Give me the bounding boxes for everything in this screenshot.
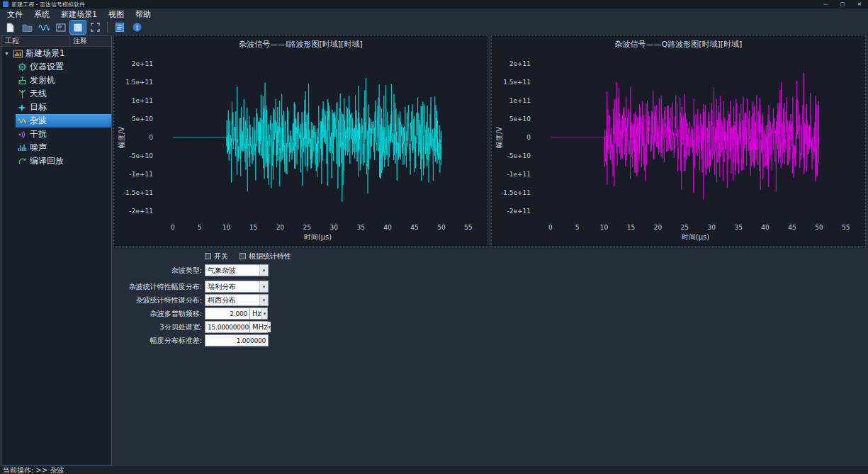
select-value: 瑞利分布	[205, 282, 236, 292]
svg-text:-1.5e+11: -1.5e+11	[123, 189, 153, 196]
svg-text:0: 0	[171, 224, 175, 231]
toolbar	[0, 20, 868, 35]
checkbox-item-1[interactable]: 根据统计特性	[239, 252, 291, 261]
report-button[interactable]	[112, 21, 128, 34]
unit-value: Hz	[250, 310, 261, 317]
param-input[interactable]: 2.000	[205, 307, 250, 320]
svg-text:0: 0	[149, 134, 153, 141]
svg-text:-5e+10: -5e+10	[129, 152, 153, 159]
form-row-4: 3分贝处谱宽:15.000000000MHz▾	[113, 321, 868, 333]
open-folder-icon	[22, 23, 33, 32]
svg-text:35: 35	[356, 224, 364, 231]
param-select[interactable]: 柯西分布▾	[205, 294, 269, 306]
gear-icon	[17, 62, 27, 72]
project-tree: ▾新建场景1仪器设置发射机天线目标杂波干扰噪声编译回放	[1, 47, 111, 465]
tree-item-instrument-settings[interactable]: 仪器设置	[16, 60, 111, 74]
param-label: 幅度分布标准差:	[113, 336, 205, 346]
param-rows: 杂波类型:气象杂波▾杂波统计特性幅度分布:瑞利分布▾杂波统计特性谱分布:柯西分布…	[113, 264, 868, 346]
select-value: 柯西分布	[205, 295, 236, 305]
svg-text:30: 30	[330, 224, 339, 231]
statusbar: 当前操作: >> 杂波	[0, 465, 868, 474]
checkbox-label: 开关	[214, 252, 228, 261]
menu-item-1[interactable]: 系统	[28, 9, 55, 20]
tree-expander-icon[interactable]: ▾	[4, 50, 10, 57]
project-tree-panel: 工程 注释 ▾新建场景1仪器设置发射机天线目标杂波干扰噪声编译回放	[1, 35, 112, 465]
tree-column-project: 工程	[1, 36, 69, 46]
fit-view-button[interactable]	[87, 21, 103, 34]
target-icon	[17, 103, 27, 112]
maximize-button[interactable]: □	[834, 0, 851, 9]
checkbox-box[interactable]	[239, 253, 246, 259]
svg-text:1e+11: 1e+11	[509, 97, 531, 104]
svg-text:55: 55	[464, 224, 472, 231]
tree-item-playback[interactable]: 编译回放	[16, 154, 111, 168]
tree-item-clutter[interactable]: 杂波	[16, 114, 111, 128]
svg-text:5: 5	[198, 224, 202, 231]
svg-text:1.5e+11: 1.5e+11	[125, 79, 153, 86]
unit-select[interactable]: MHz▾	[249, 321, 268, 333]
tree-item-interference[interactable]: 干扰	[16, 128, 111, 141]
report-icon	[115, 23, 124, 32]
tree-item-scene-root[interactable]: ▾新建场景1	[1, 47, 111, 60]
svg-text:1e+11: 1e+11	[132, 97, 153, 104]
param-input[interactable]: 15.000000000	[205, 321, 250, 333]
svg-text:-2e+11: -2e+11	[507, 208, 531, 215]
charts-area: 杂波信号——I路波形图[时域][时域]2e+111.5e+111e+115e+1…	[113, 35, 866, 247]
tree-column-note: 注释	[69, 36, 87, 46]
scene-icon	[13, 50, 23, 58]
info-button[interactable]	[129, 21, 145, 34]
menu-item-0[interactable]: 文件	[1, 9, 28, 20]
svg-text:-1e+11: -1e+11	[129, 171, 153, 178]
scene-window-button[interactable]	[53, 21, 69, 34]
menu-item-3[interactable]: 视图	[103, 9, 130, 20]
checkbox-box[interactable]	[205, 253, 211, 259]
param-select[interactable]: 气象杂波▾	[205, 264, 269, 276]
svg-text:20: 20	[654, 224, 663, 231]
info-icon	[133, 23, 142, 32]
menu-item-2[interactable]: 新建场景1	[55, 9, 103, 20]
dropdown-arrow-icon: ▾	[261, 308, 267, 319]
svg-text:20: 20	[276, 224, 285, 231]
dropdown-arrow-icon: ▾	[259, 295, 268, 305]
svg-text:幅度/V: 幅度/V	[118, 127, 125, 148]
checkbox-item-0[interactable]: 开关	[205, 252, 228, 261]
titlebar: 新建工程 - 雷达信号模拟软件 — □ ✕	[0, 0, 868, 9]
tree-item-noise[interactable]: 噪声	[16, 141, 111, 154]
form-row-3: 杂波多普勒频移:2.000Hz▾	[113, 307, 868, 320]
param-input[interactable]: 1.000000	[205, 334, 269, 346]
noise-icon	[17, 144, 27, 152]
svg-text:5e+10: 5e+10	[132, 115, 154, 123]
svg-text:-2e+11: -2e+11	[129, 208, 153, 215]
fit-view-icon	[91, 23, 100, 32]
param-select[interactable]: 瑞利分布▾	[205, 281, 269, 293]
menu-item-4[interactable]: 帮助	[130, 9, 157, 20]
open-project-button[interactable]	[19, 21, 35, 34]
svg-text:40: 40	[383, 224, 392, 231]
menubar: 文件系统新建场景1视图帮助	[0, 9, 868, 20]
svg-text:时间(μs): 时间(μs)	[682, 233, 709, 241]
tree-item-transmitter[interactable]: 发射机	[16, 74, 111, 87]
param-label: 杂波统计特性幅度分布:	[113, 282, 205, 292]
unit-select[interactable]: Hz▾	[249, 307, 268, 320]
scene-window-icon	[56, 23, 66, 32]
svg-text:55: 55	[842, 224, 850, 231]
svg-text:15: 15	[249, 224, 257, 231]
unit-value: MHz	[250, 323, 267, 331]
chart-title-q: 杂波信号——Q路波形图[时域][时域]	[492, 36, 865, 50]
interference-icon	[17, 130, 27, 139]
waveform-button[interactable]	[36, 21, 52, 34]
new-file-button[interactable]	[2, 21, 18, 34]
minimize-button[interactable]: —	[817, 0, 834, 9]
svg-text:-1.5e+11: -1.5e+11	[501, 189, 531, 196]
close-button[interactable]: ✕	[851, 0, 868, 9]
run-button[interactable]	[70, 21, 86, 34]
svg-text:50: 50	[815, 224, 823, 231]
svg-text:30: 30	[708, 224, 716, 231]
tree-item-label: 新建场景1	[26, 47, 65, 60]
tree-item-antenna[interactable]: 天线	[16, 87, 111, 101]
antenna-icon	[17, 89, 27, 98]
run-icon	[74, 23, 82, 32]
param-label: 杂波多普勒频移:	[113, 309, 205, 319]
tree-item-target[interactable]: 目标	[16, 101, 111, 114]
toolbar-separator	[107, 22, 108, 33]
